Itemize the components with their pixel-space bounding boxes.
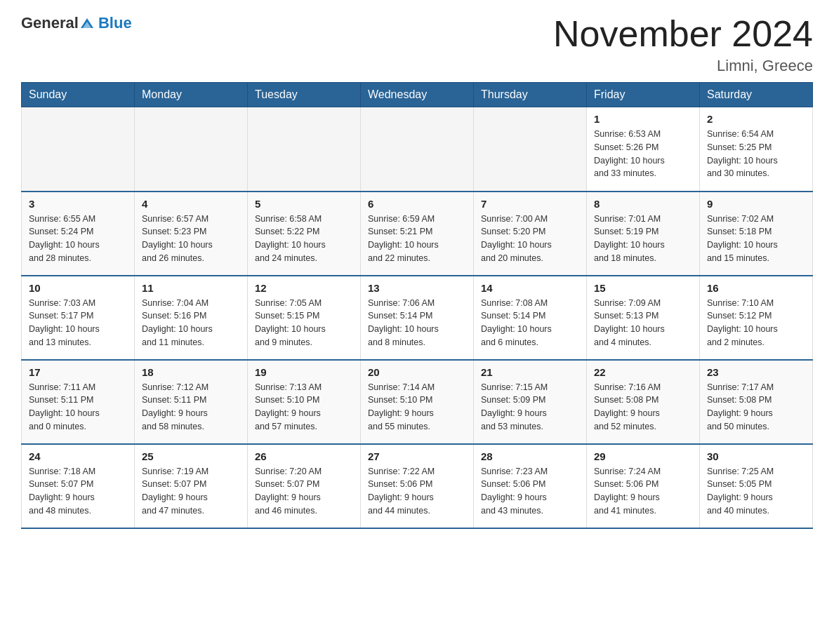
logo-triangle-icon [79,15,95,31]
day-info: Sunrise: 7:06 AM Sunset: 5:14 PM Dayligh… [368,297,466,349]
day-of-week-header: Tuesday [248,83,361,107]
day-info: Sunrise: 7:15 AM Sunset: 5:09 PM Dayligh… [481,381,579,434]
day-number: 15 [594,282,692,294]
calendar-header-row: SundayMondayTuesdayWednesdayThursdayFrid… [22,83,813,107]
day-number: 12 [255,282,353,294]
day-info: Sunrise: 6:53 AM Sunset: 5:26 PM Dayligh… [594,128,692,180]
day-info: Sunrise: 7:00 AM Sunset: 5:20 PM Dayligh… [481,213,579,265]
day-info: Sunrise: 7:05 AM Sunset: 5:15 PM Dayligh… [255,297,353,349]
page-header: General Blue November 2024 Limni, Greece [21,14,813,75]
month-title: November 2024 [553,14,813,54]
day-number: 21 [481,366,579,378]
day-number: 9 [707,198,805,210]
calendar-cell: 5Sunrise: 6:58 AM Sunset: 5:22 PM Daylig… [248,192,361,276]
day-info: Sunrise: 6:55 AM Sunset: 5:24 PM Dayligh… [29,213,127,265]
calendar-cell: 12Sunrise: 7:05 AM Sunset: 5:15 PM Dayli… [248,276,361,360]
day-number: 14 [481,282,579,294]
calendar-table: SundayMondayTuesdayWednesdayThursdayFrid… [21,82,813,529]
day-info: Sunrise: 7:18 AM Sunset: 5:07 PM Dayligh… [29,465,127,518]
day-info: Sunrise: 7:20 AM Sunset: 5:07 PM Dayligh… [255,465,353,518]
calendar-cell: 7Sunrise: 7:00 AM Sunset: 5:20 PM Daylig… [474,192,587,276]
calendar-cell: 24Sunrise: 7:18 AM Sunset: 5:07 PM Dayli… [22,444,135,528]
calendar-cell [135,107,248,192]
day-number: 24 [29,450,127,462]
day-info: Sunrise: 7:24 AM Sunset: 5:06 PM Dayligh… [594,465,692,518]
day-number: 26 [255,450,353,462]
day-of-week-header: Monday [135,83,248,107]
calendar-week-row: 17Sunrise: 7:11 AM Sunset: 5:11 PM Dayli… [22,360,813,444]
day-info: Sunrise: 6:54 AM Sunset: 5:25 PM Dayligh… [707,128,805,180]
location-label: Limni, Greece [553,57,813,75]
calendar-cell: 23Sunrise: 7:17 AM Sunset: 5:08 PM Dayli… [700,360,813,444]
day-number: 8 [594,198,692,210]
day-number: 11 [142,282,240,294]
day-info: Sunrise: 7:14 AM Sunset: 5:10 PM Dayligh… [368,381,466,434]
logo-general-text: General [21,14,79,32]
calendar-week-row: 3Sunrise: 6:55 AM Sunset: 5:24 PM Daylig… [22,192,813,276]
day-number: 30 [707,450,805,462]
calendar-cell: 30Sunrise: 7:25 AM Sunset: 5:05 PM Dayli… [700,444,813,528]
calendar-cell: 29Sunrise: 7:24 AM Sunset: 5:06 PM Dayli… [587,444,700,528]
day-number: 18 [142,366,240,378]
day-number: 17 [29,366,127,378]
calendar-cell: 11Sunrise: 7:04 AM Sunset: 5:16 PM Dayli… [135,276,248,360]
calendar-cell: 15Sunrise: 7:09 AM Sunset: 5:13 PM Dayli… [587,276,700,360]
day-info: Sunrise: 7:11 AM Sunset: 5:11 PM Dayligh… [29,381,127,434]
calendar-cell: 16Sunrise: 7:10 AM Sunset: 5:12 PM Dayli… [700,276,813,360]
day-number: 25 [142,450,240,462]
day-of-week-header: Sunday [22,83,135,107]
calendar-week-row: 10Sunrise: 7:03 AM Sunset: 5:17 PM Dayli… [22,276,813,360]
calendar-cell: 20Sunrise: 7:14 AM Sunset: 5:10 PM Dayli… [361,360,474,444]
day-number: 27 [368,450,466,462]
calendar-week-row: 1Sunrise: 6:53 AM Sunset: 5:26 PM Daylig… [22,107,813,192]
day-info: Sunrise: 7:19 AM Sunset: 5:07 PM Dayligh… [142,465,240,518]
day-number: 10 [29,282,127,294]
calendar-cell: 1Sunrise: 6:53 AM Sunset: 5:26 PM Daylig… [587,107,700,192]
day-info: Sunrise: 7:02 AM Sunset: 5:18 PM Dayligh… [707,213,805,265]
day-of-week-header: Friday [587,83,700,107]
calendar-cell: 10Sunrise: 7:03 AM Sunset: 5:17 PM Dayli… [22,276,135,360]
day-info: Sunrise: 7:25 AM Sunset: 5:05 PM Dayligh… [707,465,805,518]
calendar-cell: 27Sunrise: 7:22 AM Sunset: 5:06 PM Dayli… [361,444,474,528]
day-number: 19 [255,366,353,378]
day-info: Sunrise: 6:57 AM Sunset: 5:23 PM Dayligh… [142,213,240,265]
calendar-cell: 14Sunrise: 7:08 AM Sunset: 5:14 PM Dayli… [474,276,587,360]
calendar-cell: 13Sunrise: 7:06 AM Sunset: 5:14 PM Dayli… [361,276,474,360]
calendar-cell: 9Sunrise: 7:02 AM Sunset: 5:18 PM Daylig… [700,192,813,276]
day-number: 3 [29,198,127,210]
calendar-cell [361,107,474,192]
logo: General Blue [21,14,132,32]
day-number: 23 [707,366,805,378]
title-block: November 2024 Limni, Greece [553,14,813,75]
calendar-cell: 8Sunrise: 7:01 AM Sunset: 5:19 PM Daylig… [587,192,700,276]
calendar-cell: 2Sunrise: 6:54 AM Sunset: 5:25 PM Daylig… [700,107,813,192]
day-info: Sunrise: 7:13 AM Sunset: 5:10 PM Dayligh… [255,381,353,434]
day-info: Sunrise: 7:17 AM Sunset: 5:08 PM Dayligh… [707,381,805,434]
calendar-cell: 3Sunrise: 6:55 AM Sunset: 5:24 PM Daylig… [22,192,135,276]
calendar-cell: 22Sunrise: 7:16 AM Sunset: 5:08 PM Dayli… [587,360,700,444]
calendar-cell [474,107,587,192]
day-number: 22 [594,366,692,378]
day-info: Sunrise: 7:08 AM Sunset: 5:14 PM Dayligh… [481,297,579,349]
day-number: 13 [368,282,466,294]
logo-blue-text: Blue [98,14,132,32]
day-number: 29 [594,450,692,462]
day-number: 4 [142,198,240,210]
calendar-cell: 26Sunrise: 7:20 AM Sunset: 5:07 PM Dayli… [248,444,361,528]
calendar-cell: 18Sunrise: 7:12 AM Sunset: 5:11 PM Dayli… [135,360,248,444]
day-info: Sunrise: 6:58 AM Sunset: 5:22 PM Dayligh… [255,213,353,265]
calendar-week-row: 24Sunrise: 7:18 AM Sunset: 5:07 PM Dayli… [22,444,813,528]
day-info: Sunrise: 7:03 AM Sunset: 5:17 PM Dayligh… [29,297,127,349]
calendar-cell: 4Sunrise: 6:57 AM Sunset: 5:23 PM Daylig… [135,192,248,276]
day-number: 2 [707,113,805,125]
day-info: Sunrise: 7:22 AM Sunset: 5:06 PM Dayligh… [368,465,466,518]
calendar-cell: 21Sunrise: 7:15 AM Sunset: 5:09 PM Dayli… [474,360,587,444]
calendar-cell: 19Sunrise: 7:13 AM Sunset: 5:10 PM Dayli… [248,360,361,444]
day-info: Sunrise: 6:59 AM Sunset: 5:21 PM Dayligh… [368,213,466,265]
day-number: 7 [481,198,579,210]
calendar-cell: 17Sunrise: 7:11 AM Sunset: 5:11 PM Dayli… [22,360,135,444]
calendar-cell: 6Sunrise: 6:59 AM Sunset: 5:21 PM Daylig… [361,192,474,276]
day-info: Sunrise: 7:16 AM Sunset: 5:08 PM Dayligh… [594,381,692,434]
calendar-cell [248,107,361,192]
day-number: 5 [255,198,353,210]
